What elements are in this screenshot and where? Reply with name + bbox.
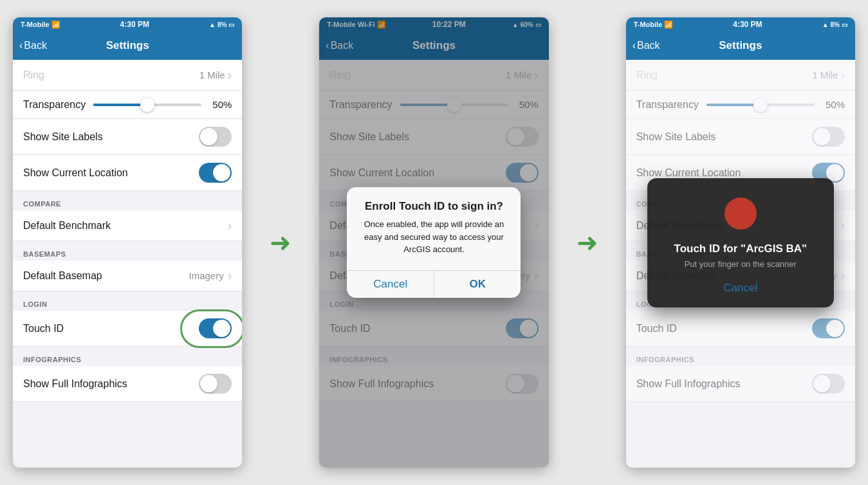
wifi-icon-1: 📶	[51, 21, 60, 29]
phone-3: T-Mobile 📶 4:30 PM ▲ 8% ▭ ‹ Back Setting…	[626, 17, 855, 468]
dialog-box-2: Enroll Touch ID to sign in? Once enabled…	[347, 187, 521, 298]
battery-1: 8%	[217, 21, 226, 28]
dialog-ok-2[interactable]: OK	[434, 271, 521, 298]
phone-2: T-Mobile Wi-Fi 📶 10:22 PM ▲ 60% ▭ ‹ Back…	[319, 17, 548, 468]
battery-icon-1: ▭	[228, 21, 234, 28]
full-infographics-label-1: Show Full Infographics	[23, 378, 127, 390]
arrow-1: ➜	[261, 228, 300, 257]
nav-title-1: Settings	[106, 39, 149, 52]
status-left-1: T-Mobile 📶	[21, 21, 60, 29]
dialog-message-2: Once enabled, the app will provide an ea…	[357, 218, 510, 256]
dialog-content-2: Enroll Touch ID to sign in? Once enabled…	[347, 187, 521, 262]
dialog-overlay-2: Enroll Touch ID to sign in? Once enabled…	[319, 17, 548, 468]
location-icon-1: ▲	[209, 21, 216, 28]
dialog-title-2: Enroll Touch ID to sign in?	[357, 200, 510, 213]
status-right-1: ▲ 8% ▭	[209, 21, 234, 28]
infographics-header-1: INFOGRAPHICS	[13, 347, 242, 366]
transparency-track-1[interactable]	[93, 104, 201, 106]
ring-val-1: 1 Mile	[199, 69, 225, 80]
benchmark-right-1	[228, 218, 232, 233]
arrow-2: ➜	[568, 228, 607, 257]
dialog-cancel-2[interactable]: Cancel	[347, 271, 434, 298]
ring-row-1: Ring 1 Mile	[13, 60, 242, 91]
current-location-label-1: Show Current Location	[23, 167, 128, 179]
transparency-value-1: 50%	[209, 99, 232, 110]
benchmark-chevron-1	[228, 218, 232, 233]
touchid-cancel-button-3[interactable]: Cancel	[660, 282, 821, 295]
ring-chevron-1	[228, 68, 232, 82]
full-infographics-toggle-1[interactable]	[199, 374, 232, 394]
nav-bar-1: ‹ Back Settings	[13, 32, 242, 60]
touchid-box-3: Touch ID for "ArcGIS BA" Put your finger…	[647, 178, 834, 307]
touchid-title-3: Touch ID for "ArcGIS BA"	[660, 243, 821, 255]
touchid-toggle-1[interactable]	[199, 318, 232, 338]
touchid-overlay-3: Touch ID for "ArcGIS BA" Put your finger…	[626, 17, 855, 468]
touchid-fingerprint-icon-3	[725, 197, 757, 230]
login-header-1: LOGIN	[13, 291, 242, 311]
benchmark-row-1[interactable]: Default Benchmark	[13, 210, 242, 241]
back-chevron-1: ‹	[19, 40, 23, 51]
ring-label-1: Ring	[23, 69, 44, 81]
current-location-row-1: Show Current Location	[13, 155, 242, 191]
carrier-1: T-Mobile	[21, 21, 50, 28]
benchmark-label-1: Default Benchmark	[23, 220, 111, 232]
basemaps-header-1: BASEMAPS	[13, 241, 242, 261]
ring-value-1: 1 Mile	[199, 68, 232, 82]
status-bar-1: T-Mobile 📶 4:30 PM ▲ 8% ▭	[13, 17, 242, 32]
back-button-1[interactable]: ‹ Back	[19, 40, 47, 51]
touchid-subtitle-3: Put your finger on the scanner	[660, 259, 821, 269]
transparency-label-1: Transparency	[23, 99, 86, 111]
back-label-1: Back	[24, 40, 47, 51]
touchid-label-1: Touch ID	[23, 323, 64, 334]
full-infographics-row-1: Show Full Infographics	[13, 366, 242, 402]
basemap-right-1: Imagery	[189, 268, 232, 283]
dialog-buttons-2: Cancel OK	[347, 270, 521, 298]
transparency-thumb-1	[140, 98, 154, 112]
transparency-row-1: Transparency 50%	[13, 91, 242, 119]
touchid-row-1: Touch ID	[13, 311, 242, 347]
basemap-label-1: Default Basemap	[23, 270, 102, 282]
current-location-toggle-1[interactable]	[199, 163, 232, 183]
site-labels-toggle-1[interactable]	[199, 127, 232, 147]
transparency-fill-1	[93, 104, 147, 106]
arrow-icon-1: ➜	[270, 228, 291, 257]
basemap-value-1: Imagery	[189, 270, 223, 281]
settings-list-1: Ring 1 Mile Transparency 50% Show Site L…	[13, 60, 242, 468]
time-1: 4:30 PM	[120, 20, 149, 29]
basemap-chevron-1	[228, 268, 232, 283]
site-labels-label-1: Show Site Labels	[23, 131, 103, 143]
arrow-icon-2: ➜	[577, 228, 598, 257]
site-labels-row-1: Show Site Labels	[13, 119, 242, 155]
compare-header-1: COMPARE	[13, 191, 242, 210]
phone-1: T-Mobile 📶 4:30 PM ▲ 8% ▭ ‹ Back Setting…	[13, 17, 242, 468]
basemap-row-1[interactable]: Default Basemap Imagery	[13, 261, 242, 291]
